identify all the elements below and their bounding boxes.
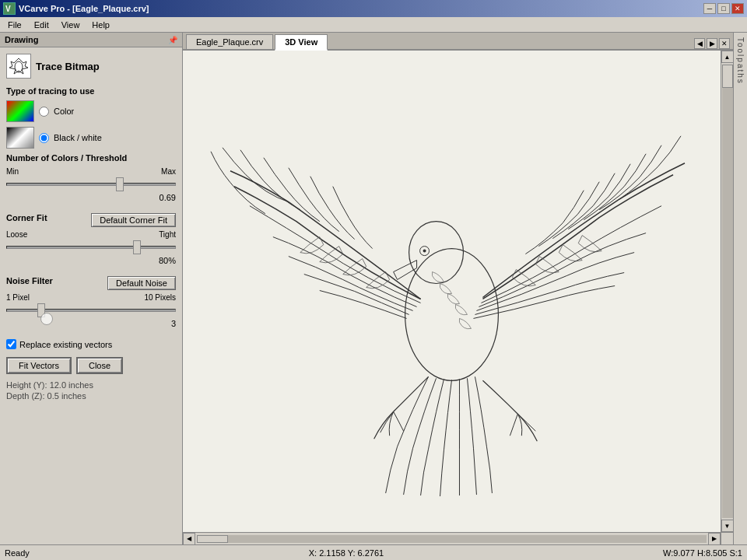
trace-bitmap-icon (6, 54, 31, 79)
threshold-max-label: Max (161, 167, 176, 176)
threshold-slider-labels: Min Max (6, 167, 176, 176)
threshold-section: Number of Colors / Threshold Min Max 0.6… (6, 153, 176, 202)
right-toolbar: Toolpaths (733, 33, 747, 544)
noise-max-label: 10 Pixels (144, 293, 176, 302)
scroll-thumb-vertical[interactable] (722, 65, 733, 88)
scroll-track-vertical[interactable] (722, 65, 733, 518)
eagle-drawing (183, 51, 721, 532)
scroll-thumb-horizontal[interactable] (197, 535, 228, 543)
corner-fit-labels: Loose Tight (6, 230, 176, 239)
workspace: Drawing 📌 Trace Bitmap Type of (0, 33, 747, 544)
bw-radio-label[interactable]: Black / white (54, 133, 102, 142)
corner-fit-tight-label: Tight (159, 230, 176, 239)
panel-pin-icon[interactable]: 📌 (168, 36, 177, 44)
trace-header: Trace Bitmap (6, 54, 176, 79)
noise-filter-label: Noise Filter (6, 276, 53, 285)
menu-view[interactable]: View (55, 19, 86, 31)
scroll-down-button[interactable]: ▼ (721, 520, 734, 532)
noise-filter-slider-container[interactable] (6, 303, 176, 317)
scroll-track-horizontal[interactable] (197, 535, 707, 543)
threshold-slider-track (6, 183, 176, 186)
tab-controls: ◀ ▶ ✕ (694, 38, 733, 49)
corner-fit-row: Corner Fit Default Corner Fit (6, 213, 176, 227)
canvas-with-scrollbar: ▲ ▼ (183, 51, 733, 532)
noise-filter-slider-track (6, 309, 176, 312)
file-tab[interactable]: Eagle_Plaque.crv (186, 34, 273, 49)
height-info: Height (Y): 12.0 inches (6, 380, 176, 390)
tab-close-button[interactable]: ✕ (719, 38, 730, 49)
svg-point-3 (405, 249, 499, 381)
titlebar-controls[interactable]: ─ □ ✕ (703, 3, 744, 14)
minimize-button[interactable]: ─ (703, 3, 716, 14)
replace-vectors-label[interactable]: Replace existing vectors (19, 340, 112, 349)
status-ready: Ready (5, 548, 30, 558)
corner-fit-value: 80% (6, 256, 176, 265)
canvas-area[interactable] (183, 51, 721, 532)
window-title: VCarve Pro - [Eagle_Plaque.crv] (19, 4, 149, 13)
bw-radio[interactable] (39, 133, 49, 143)
bottom-bar: ◀ ▶ (183, 532, 733, 544)
action-buttons: Fit Vectors Close (6, 357, 176, 374)
noise-filter-row: Noise Filter Default Noise (6, 276, 176, 290)
corner-fit-slider-container[interactable] (6, 240, 176, 254)
noise-filter-section: Noise Filter Default Noise 1 Pixel 10 Pi… (6, 276, 176, 328)
menubar: File Edit View Help (0, 17, 747, 33)
svg-text:V: V (5, 5, 11, 13)
noise-filter-value: 3 (6, 319, 176, 328)
titlebar: V VCarve Pro - [Eagle_Plaque.crv] ─ □ ✕ (0, 0, 747, 17)
titlebar-left: V VCarve Pro - [Eagle_Plaque.crv] (3, 2, 149, 15)
color-radio-option: Color (6, 100, 176, 122)
scroll-up-button[interactable]: ▲ (721, 51, 734, 63)
corner-fit-slider-track (6, 246, 176, 249)
default-corner-fit-button[interactable]: Default Corner Fit (91, 213, 176, 227)
depth-info: Depth (Z): 0.5 inches (6, 391, 176, 401)
toolpaths-label: Toolpaths (736, 37, 745, 85)
maximize-button[interactable]: □ (717, 3, 730, 14)
fit-vectors-button[interactable]: Fit Vectors (6, 357, 72, 374)
tab-prev-button[interactable]: ◀ (694, 38, 705, 49)
main-container: Drawing 📌 Trace Bitmap Type of (0, 33, 747, 560)
noise-filter-labels: 1 Pixel 10 Pixels (6, 293, 176, 302)
panel-title: Drawing (5, 35, 38, 44)
trace-type-label: Type of tracing to use (6, 86, 176, 96)
replace-vectors-row: Replace existing vectors (6, 339, 176, 349)
scroll-right-button[interactable]: ▶ (708, 533, 721, 545)
threshold-value: 0.69 (6, 193, 176, 202)
menu-help[interactable]: Help (86, 19, 116, 31)
close-button[interactable]: ✕ (731, 3, 744, 14)
default-noise-button[interactable]: Default Noise (107, 276, 176, 290)
scroll-left-button[interactable]: ◀ (183, 533, 195, 545)
tab-bar: Eagle_Plaque.crv 3D View ◀ ▶ ✕ (183, 33, 733, 51)
threshold-slider-container[interactable] (6, 177, 176, 191)
view-tab[interactable]: 3D View (275, 34, 328, 51)
color-radio-label[interactable]: Color (54, 107, 74, 116)
horizontal-scrollbar: ◀ ▶ (183, 532, 721, 544)
menu-file[interactable]: File (2, 19, 28, 31)
tab-next-button[interactable]: ▶ (707, 38, 717, 49)
panel-header: Drawing 📌 (0, 33, 182, 47)
threshold-label: Number of Colors / Threshold (6, 153, 176, 163)
corner-fit-slider-thumb[interactable] (133, 240, 141, 254)
corner-fit-label: Corner Fit (6, 213, 47, 222)
left-panel: Drawing 📌 Trace Bitmap Type of (0, 33, 183, 544)
bw-radio-option: Black / white (6, 127, 176, 149)
app-icon: V (3, 2, 16, 15)
status-dimensions: W:9.077 H:8.505 S:1 (663, 548, 742, 558)
menu-edit[interactable]: Edit (28, 19, 55, 31)
status-coords: X: 2.1158 Y: 6.2761 (309, 548, 384, 558)
corner-fit-loose-label: Loose (6, 230, 27, 239)
right-area: Eagle_Plaque.crv 3D View ◀ ▶ ✕ (183, 33, 733, 544)
threshold-slider-thumb[interactable] (116, 177, 124, 191)
noise-filter-slider-thumb[interactable] (37, 303, 45, 317)
color-radio[interactable] (39, 107, 49, 117)
noise-min-label: 1 Pixel (6, 293, 30, 302)
statusbar: Ready X: 2.1158 Y: 6.2761 W:9.077 H:8.50… (0, 544, 747, 560)
svg-point-6 (423, 250, 426, 253)
bw-thumbnail (6, 127, 34, 149)
replace-vectors-checkbox[interactable] (6, 339, 16, 349)
close-panel-button[interactable]: Close (76, 357, 123, 374)
trace-title: Trace Bitmap (36, 61, 100, 72)
corner-fit-section: Corner Fit Default Corner Fit Loose Tigh… (6, 213, 176, 265)
vertical-scrollbar: ▲ ▼ (721, 51, 733, 532)
scroll-corner (721, 532, 733, 544)
